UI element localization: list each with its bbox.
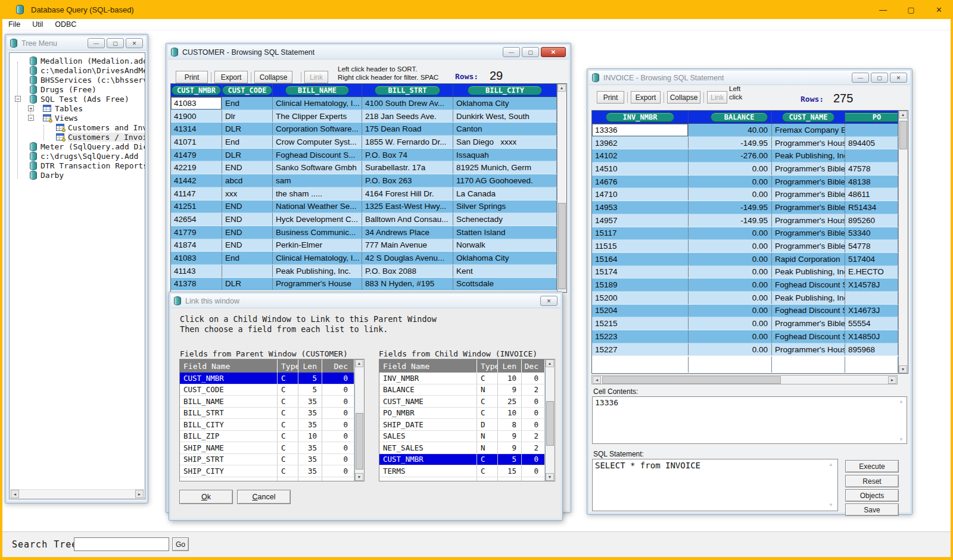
ok-button[interactable]: Ok bbox=[179, 490, 233, 504]
tree-item[interactable]: c:\medalion\DrivesAndMe bbox=[10, 65, 145, 75]
table-row[interactable]: 14102-276.00Peak Publishing, Inc. bbox=[592, 149, 898, 162]
table-cell[interactable]: Clinical Hematology, I... bbox=[273, 252, 362, 264]
tree-item[interactable]: Darby bbox=[10, 170, 145, 180]
table-row[interactable]: 41083EndClinical Hematology, I...42 S Do… bbox=[171, 252, 557, 265]
table-cell[interactable]: 11515 bbox=[592, 240, 689, 252]
table-cell[interactable]: 41251 bbox=[171, 201, 222, 213]
column-header[interactable]: BALANCE bbox=[689, 111, 772, 123]
table-row[interactable]: CUST_NAMEC250 bbox=[379, 396, 545, 408]
tree-item[interactable]: Medallion (Medalion.add bbox=[10, 56, 145, 65]
minimize-button[interactable]: — bbox=[852, 73, 869, 83]
table-cell[interactable]: 41083 bbox=[171, 97, 222, 110]
horizontal-scrollbar[interactable]: ◄ ► bbox=[591, 375, 898, 384]
table-cell[interactable]: 48611 bbox=[845, 188, 898, 201]
table-cell[interactable]: C bbox=[278, 454, 298, 465]
table-row[interactable]: 41378DLRProgrammer's House883 N Hyden, #… bbox=[171, 278, 557, 291]
table-cell[interactable]: 0 bbox=[322, 442, 354, 453]
table-cell[interactable]: National Weather Se... bbox=[273, 201, 362, 213]
table-cell[interactable]: San Diego xxxx bbox=[453, 136, 557, 148]
table-cell[interactable]: 15 bbox=[498, 465, 522, 477]
window-titlebar[interactable]: Tree Menu — ▢ ✕ bbox=[7, 36, 146, 51]
table-cell[interactable]: TERMS bbox=[379, 465, 477, 477]
column-header[interactable]: BILL_CITY bbox=[453, 84, 557, 96]
table-cell[interactable]: Corporation Software... bbox=[273, 123, 362, 135]
table-row[interactable]: SHIP_NAMEC350 bbox=[180, 442, 354, 454]
table-cell[interactable]: 777 Main Avenue bbox=[362, 239, 453, 252]
table-cell[interactable]: 0.00 bbox=[689, 279, 772, 291]
scroll-right-icon[interactable]: ► bbox=[888, 376, 896, 384]
table-cell[interactable]: C bbox=[477, 454, 498, 465]
table-cell[interactable]: 0.00 bbox=[689, 176, 772, 188]
table-cell[interactable]: C bbox=[278, 373, 298, 384]
table-cell[interactable]: SHIP_CITY bbox=[180, 465, 278, 477]
table-cell[interactable]: X14850J bbox=[845, 330, 898, 343]
table-cell[interactable]: Scottsdale bbox=[453, 278, 557, 290]
table-cell[interactable]: 15174 bbox=[592, 266, 689, 279]
table-cell[interactable]: END bbox=[222, 201, 273, 213]
table-cell[interactable]: Peak Publishing, Inc. bbox=[772, 266, 845, 279]
table-cell[interactable]: 41900 bbox=[171, 110, 222, 123]
table-cell[interactable]: 15117 bbox=[592, 227, 689, 240]
table-cell[interactable]: 47578 bbox=[845, 162, 898, 175]
table-cell[interactable]: 10 bbox=[498, 373, 522, 384]
scroll-down-icon[interactable]: ▼ bbox=[355, 473, 363, 481]
table-row[interactable]: 151890.00Foghead Discount S...X14578J bbox=[592, 279, 898, 292]
vertical-scrollbar[interactable]: ▲ ▼ bbox=[545, 359, 555, 481]
table-cell[interactable]: 41442 bbox=[171, 174, 222, 187]
table-cell[interactable]: the sham ..... bbox=[273, 187, 362, 200]
table-cell[interactable]: C bbox=[278, 442, 298, 453]
table-cell[interactable]: BILL_ZIP bbox=[180, 431, 278, 442]
table-cell[interactable]: 15204 bbox=[592, 305, 689, 317]
table-cell[interactable]: 10 bbox=[298, 431, 322, 442]
sql-statement-box[interactable]: SELECT * from INVOICE bbox=[592, 459, 838, 511]
table-cell[interactable]: C bbox=[477, 373, 498, 384]
table-cell[interactable]: 0.00 bbox=[689, 253, 772, 265]
table-cell[interactable] bbox=[845, 292, 898, 304]
table-cell[interactable]: Programmer's Bible bbox=[772, 188, 845, 201]
table-cell[interactable]: 41779 bbox=[171, 226, 222, 239]
table-row[interactable]: 1333640.00Fremax Company BV bbox=[592, 124, 898, 137]
table-cell[interactable]: 175 Dean Road bbox=[362, 123, 453, 135]
table-cell[interactable]: Programmer's Bible bbox=[772, 176, 845, 188]
table-cell[interactable]: 81925 Munich, Germ bbox=[453, 161, 557, 174]
table-cell[interactable]: Peak Publishing, Inc. bbox=[772, 149, 845, 162]
table-cell[interactable]: 5 bbox=[298, 373, 322, 384]
table-row[interactable]: SALESN92 bbox=[379, 431, 545, 443]
scroll-right-icon[interactable]: ► bbox=[135, 490, 144, 498]
table-cell[interactable] bbox=[222, 265, 273, 277]
table-cell[interactable]: Foghead Discount S... bbox=[273, 149, 362, 161]
table-row[interactable]: SHIP_DATED80 bbox=[379, 419, 545, 431]
table-cell[interactable]: Schenectady bbox=[453, 213, 557, 226]
collapse-toggle-icon[interactable]: − bbox=[28, 115, 34, 121]
tree-item[interactable]: Customers and Invo bbox=[10, 123, 145, 132]
table-cell[interactable]: Perkin-Elmer bbox=[273, 239, 362, 252]
table-cell[interactable]: 41314 bbox=[171, 123, 222, 135]
table-cell[interactable]: 41479 bbox=[171, 149, 222, 161]
table-cell[interactable]: CUST_CODE bbox=[180, 384, 278, 396]
table-cell[interactable]: END bbox=[222, 226, 273, 239]
table-cell[interactable]: 0 bbox=[322, 465, 354, 477]
link-button[interactable]: Link bbox=[304, 71, 328, 83]
scroll-up-icon[interactable]: ▲ bbox=[355, 359, 363, 367]
minimize-button[interactable]: — bbox=[88, 38, 105, 48]
table-cell[interactable]: P.O. Box 2088 bbox=[362, 265, 453, 277]
table-row[interactable]: 14953-149.95Programmer's BibleR51434 bbox=[592, 201, 898, 214]
menu-file[interactable]: File bbox=[2, 19, 26, 30]
tree-item[interactable]: DTR Transaction Reports bbox=[10, 161, 145, 170]
table-row[interactable]: 41314DLRCorporation Software...175 Dean … bbox=[171, 123, 557, 136]
table-cell[interactable]: SHIP_STRT bbox=[180, 454, 278, 465]
table-cell[interactable]: Statten Island bbox=[453, 226, 557, 239]
table-cell[interactable] bbox=[845, 149, 898, 162]
table-cell[interactable]: Sanko Software Gmbh bbox=[273, 161, 362, 174]
table-cell[interactable]: 0.00 bbox=[689, 330, 772, 343]
table-row[interactable]: BILL_ZIPC100 bbox=[180, 431, 354, 443]
table-row[interactable]: 145100.00Programmer's Bible47578 bbox=[592, 162, 898, 176]
table-row[interactable]: TERMSC150 bbox=[379, 465, 545, 477]
table-cell[interactable]: CUST_NAME bbox=[379, 396, 477, 407]
table-cell[interactable]: 42219 bbox=[171, 161, 222, 174]
table-cell[interactable]: 4164 Forest Hill Dr. bbox=[362, 187, 453, 200]
table-cell[interactable]: Issaquah bbox=[453, 149, 557, 161]
menu-odbc[interactable]: ODBC bbox=[49, 19, 82, 30]
table-cell[interactable]: E.HECTO bbox=[845, 266, 898, 279]
table-cell[interactable]: 1325 East-West Hwy... bbox=[362, 201, 453, 213]
